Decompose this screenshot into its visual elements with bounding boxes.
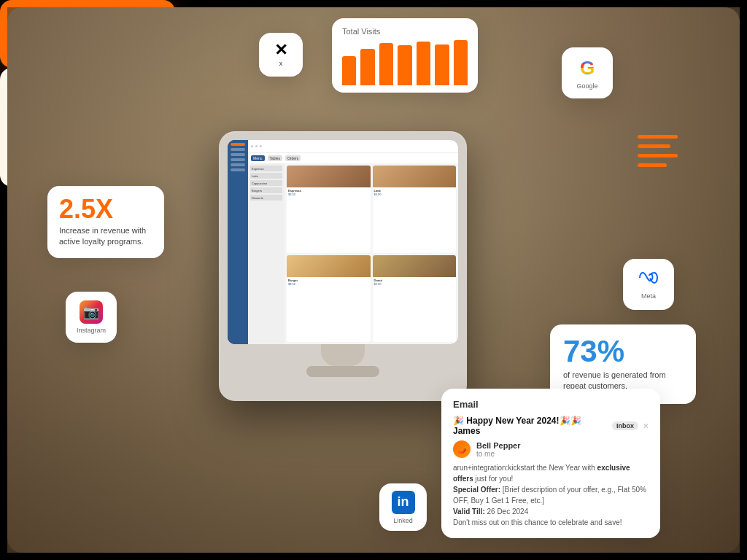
menu-line-3 bbox=[638, 154, 678, 158]
food-card-3: Burger $8.50 bbox=[287, 255, 371, 343]
menu-item-4: Burgers bbox=[250, 187, 282, 193]
menu-item-5: Desserts bbox=[250, 195, 282, 201]
email-sender: 🌶️ Bell Pepper to me bbox=[453, 440, 649, 458]
email-body-line4: Don't miss out on this chance to celebra… bbox=[453, 517, 649, 528]
topbar-dot-3 bbox=[260, 145, 262, 147]
inbox-badge: Inbox bbox=[612, 421, 638, 430]
email-body-line2: Special Offer: [Brief description of you… bbox=[453, 484, 649, 506]
menu-item-2: Latte bbox=[250, 173, 282, 179]
visits-title: Total Visits bbox=[342, 27, 468, 36]
menu-line-2 bbox=[638, 144, 670, 148]
bar-7 bbox=[454, 40, 468, 85]
bar-3 bbox=[379, 43, 393, 85]
tablet-content-area: Espresso Latte Cappuccino Burgers Desser… bbox=[248, 163, 458, 344]
email-body-line3: Valid Till: 26 Dec 2024 bbox=[453, 506, 649, 517]
bar-chart bbox=[342, 42, 468, 85]
food-info-3: Burger $8.50 bbox=[287, 277, 371, 287]
tablet-screen: Menu Tables Orders Espresso Latte Cappuc… bbox=[228, 140, 458, 344]
food-card-2: Latte $4.00 bbox=[373, 166, 457, 253]
nav-item-tables: Tables bbox=[268, 155, 282, 161]
percent-value: 73% bbox=[563, 336, 683, 367]
instagram-label: Instagram bbox=[77, 327, 106, 334]
tablet-food-grid: Espresso $3.50 Latte $4.00 bbox=[285, 163, 458, 344]
menu-item-3: Cappuccino bbox=[250, 180, 282, 186]
tablet-device: Menu Tables Orders Espresso Latte Cappuc… bbox=[219, 131, 496, 423]
sidebar-item-4 bbox=[231, 163, 245, 166]
bar-4 bbox=[398, 45, 411, 85]
google-icon: G bbox=[580, 57, 595, 79]
topbar-dot-2 bbox=[255, 145, 258, 147]
sidebar-item-1 bbox=[231, 148, 245, 151]
menu-line-1 bbox=[638, 135, 678, 139]
food-price-2: $4.00 bbox=[374, 192, 455, 196]
revenue-value: 2.5X bbox=[59, 196, 152, 222]
linkedin-icon: in bbox=[392, 491, 415, 514]
sender-name: Bell Pepper bbox=[476, 441, 521, 450]
tablet-sidebar bbox=[228, 140, 248, 344]
food-card-4: Donut $2.50 bbox=[373, 255, 457, 343]
linkedin-card[interactable]: in Linked bbox=[379, 483, 427, 531]
meta-card[interactable]: Meta bbox=[623, 259, 674, 310]
food-price-1: $3.50 bbox=[288, 192, 369, 196]
food-info-1: Espresso $3.50 bbox=[287, 187, 371, 198]
food-price-4: $2.50 bbox=[374, 282, 455, 286]
nav-item-active: Menu bbox=[251, 155, 265, 161]
sender-info: Bell Pepper to me bbox=[476, 441, 521, 458]
google-card[interactable]: G Google bbox=[562, 47, 613, 98]
bar-5 bbox=[417, 42, 430, 85]
food-img-1 bbox=[287, 166, 371, 187]
x-icon: ✕ bbox=[274, 42, 287, 58]
email-body-line1: arun+integration:kickstart the New Year … bbox=[453, 462, 649, 484]
food-price-3: $8.50 bbox=[288, 282, 369, 286]
food-img-4 bbox=[373, 255, 457, 277]
bar-6 bbox=[435, 44, 449, 85]
email-section-title: Email bbox=[453, 399, 649, 410]
topbar-dot-1 bbox=[251, 145, 253, 147]
x-twitter-card[interactable]: ✕ x bbox=[259, 33, 303, 77]
bar-2 bbox=[360, 49, 374, 85]
revenue-card: 2.5X Increase in revenue with active loy… bbox=[47, 186, 164, 258]
tablet-outer-frame: Menu Tables Orders Espresso Latte Cappuc… bbox=[219, 131, 467, 401]
tablet-screen-inner: Menu Tables Orders Espresso Latte Cappuc… bbox=[228, 140, 458, 344]
food-card-1: Espresso $3.50 bbox=[287, 166, 371, 253]
food-info-4: Donut $2.50 bbox=[373, 277, 457, 287]
menu-lines bbox=[638, 135, 678, 167]
tablet-stand bbox=[321, 344, 365, 366]
email-body: arun+integration:kickstart the New Year … bbox=[453, 462, 649, 528]
tablet-topbar bbox=[248, 140, 458, 153]
x-label: x bbox=[279, 60, 283, 67]
sidebar-item-3 bbox=[231, 158, 245, 161]
subject-text: 🎉 Happy New Year 2024!🎉🎉 James bbox=[453, 416, 609, 436]
email-subject: 🎉 Happy New Year 2024!🎉🎉 James Inbox ✕ bbox=[453, 416, 649, 436]
food-img-3 bbox=[287, 255, 371, 277]
bar-1 bbox=[342, 56, 356, 85]
tablet-nav: Menu Tables Orders bbox=[248, 153, 458, 163]
total-visits-card: Total Visits bbox=[332, 18, 478, 93]
sidebar-item-5 bbox=[231, 168, 245, 171]
instagram-card[interactable]: 📷 Instagram bbox=[66, 292, 117, 343]
sender-avatar: 🌶️ bbox=[453, 440, 471, 458]
nav-item-orders: Orders bbox=[285, 155, 301, 161]
tablet-base bbox=[306, 366, 379, 377]
meta-icon bbox=[637, 269, 660, 289]
instagram-icon: 📷 bbox=[80, 300, 103, 324]
revenue-text: Increase in revenue with active loyalty … bbox=[59, 225, 152, 248]
close-icon[interactable]: ✕ bbox=[643, 422, 649, 430]
menu-line-4 bbox=[638, 163, 667, 167]
linkedin-label: Linked bbox=[393, 517, 413, 524]
email-card: Email 🎉 Happy New Year 2024!🎉🎉 James Inb… bbox=[441, 389, 660, 538]
food-info-2: Latte $4.00 bbox=[373, 187, 457, 198]
sidebar-item-active bbox=[231, 143, 245, 146]
meta-label: Meta bbox=[641, 292, 656, 300]
tablet-main-area: Menu Tables Orders Espresso Latte Cappuc… bbox=[248, 140, 458, 344]
google-label: Google bbox=[576, 82, 597, 90]
menu-item-1: Espresso bbox=[250, 166, 282, 171]
tablet-menu-list: Espresso Latte Cappuccino Burgers Desser… bbox=[248, 163, 285, 344]
food-img-2 bbox=[373, 166, 457, 187]
sidebar-item-2 bbox=[231, 153, 245, 156]
sender-to: to me bbox=[476, 450, 521, 458]
